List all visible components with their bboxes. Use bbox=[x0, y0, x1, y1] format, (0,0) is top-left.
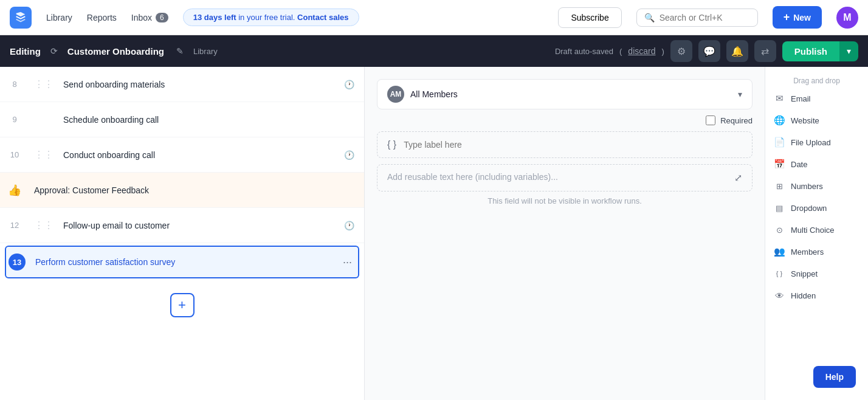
plus-icon: + bbox=[784, 11, 790, 24]
chevron-down-icon: ▾ bbox=[738, 89, 742, 99]
required-checkbox[interactable] bbox=[706, 116, 715, 125]
task-name: Approval: Customer Feedback bbox=[29, 185, 364, 195]
task-row-selected-wrapper: 13 Perform customer satisfaction survey … bbox=[0, 243, 364, 281]
task-row-selected[interactable]: 13 Perform customer satisfaction survey … bbox=[5, 246, 359, 278]
trial-banner: 13 days left in your free trial. Contact… bbox=[183, 9, 359, 26]
file-upload-icon: 📄 bbox=[774, 137, 785, 148]
new-button[interactable]: + New bbox=[773, 6, 822, 29]
field-editor-panel: AM All Members ▾ Required { } Add reusab… bbox=[365, 67, 765, 400]
text-field[interactable]: Add reusable text here (including variab… bbox=[377, 164, 753, 191]
multi-choice-label: Multi Choice bbox=[791, 226, 835, 235]
clock-icon: 🕐 bbox=[344, 150, 354, 160]
file-upload-label: File Upload bbox=[791, 138, 831, 147]
main-layout: 8 ⋮⋮ Send onboarding materials 🕐 9 ⋮⋮ Sc… bbox=[0, 67, 868, 400]
task-more-button[interactable]: ··· bbox=[337, 253, 358, 271]
field-type-snippet[interactable]: { } Snippet bbox=[765, 263, 868, 284]
task-row[interactable]: 9 ⋮⋮ Schedule onboarding call bbox=[0, 102, 364, 137]
comment-icon-button[interactable]: 💬 bbox=[698, 40, 720, 62]
dropdown-icon: ▤ bbox=[774, 202, 785, 213]
workflow-name: Customer Onboarding bbox=[67, 46, 164, 57]
search-input[interactable] bbox=[660, 13, 745, 22]
task-row[interactable]: 10 ⋮⋮ Conduct onboarding call 🕐 bbox=[0, 137, 364, 173]
edit-icon[interactable]: ✎ bbox=[176, 46, 184, 56]
field-type-email[interactable]: ✉ Email bbox=[765, 88, 868, 109]
field-types-panel: Drag and drop ✉ Email 🌐 Website 📄 File U… bbox=[765, 67, 868, 400]
drag-handle-icon[interactable]: ⋮⋮ bbox=[29, 217, 58, 233]
add-task-area: + bbox=[0, 281, 364, 329]
field-type-website[interactable]: 🌐 Website bbox=[765, 109, 868, 131]
numbers-label: Numbers bbox=[791, 182, 823, 191]
task-row[interactable]: 8 ⋮⋮ Send onboarding materials 🕐 bbox=[0, 67, 364, 102]
task-row-approval[interactable]: 👍 Approval: Customer Feedback bbox=[0, 173, 364, 208]
discard-link[interactable]: discard bbox=[628, 46, 655, 56]
inbox-count-badge: 6 bbox=[156, 13, 168, 22]
label-field[interactable]: { } bbox=[377, 131, 753, 158]
task-name: Send onboarding materials bbox=[58, 80, 344, 89]
avatar[interactable]: M bbox=[836, 7, 858, 29]
subscribe-button[interactable]: Subscribe bbox=[558, 7, 621, 28]
task-number: 12 bbox=[0, 221, 29, 230]
contact-sales-link[interactable]: Contact sales bbox=[297, 13, 349, 22]
search-icon: 🔍 bbox=[644, 13, 655, 22]
field-type-dropdown[interactable]: ▤ Dropdown bbox=[765, 197, 868, 219]
required-label: Required bbox=[720, 116, 753, 125]
required-row: Required bbox=[377, 116, 753, 125]
assignee-name: All Members bbox=[410, 89, 732, 99]
task-name-selected: Perform customer satisfaction survey bbox=[30, 257, 337, 267]
edit-icon-btn[interactable]: ⤢ bbox=[734, 172, 742, 184]
task-number: 9 bbox=[0, 115, 29, 124]
nav-library[interactable]: Library bbox=[46, 13, 72, 22]
numbers-icon: ⊞ bbox=[774, 181, 785, 191]
editing-label: Editing bbox=[10, 46, 41, 57]
task-name: Follow-up email to customer bbox=[58, 221, 344, 230]
members-label: Members bbox=[791, 247, 824, 257]
task-row[interactable]: 12 ⋮⋮ Follow-up email to customer 🕐 bbox=[0, 208, 364, 243]
website-label: Website bbox=[791, 116, 819, 125]
task-number: 8 bbox=[0, 80, 29, 89]
task-name: Schedule onboarding call bbox=[58, 115, 364, 125]
field-type-members[interactable]: 👥 Members bbox=[765, 241, 868, 263]
drag-handle-icon[interactable]: ⋮⋮ bbox=[29, 147, 58, 163]
field-type-numbers[interactable]: ⊞ Numbers bbox=[765, 175, 868, 197]
label-input[interactable] bbox=[404, 140, 742, 150]
assignee-avatar: AM bbox=[387, 86, 404, 103]
top-nav: Library Reports Inbox 6 13 days left in … bbox=[0, 0, 868, 35]
assignee-row[interactable]: AM All Members ▾ bbox=[377, 79, 753, 109]
invisible-note: This field will not be visible in workfl… bbox=[377, 196, 753, 205]
nav-inbox[interactable]: Inbox 6 bbox=[131, 13, 168, 22]
breadcrumb-library: Library bbox=[193, 47, 218, 56]
publish-caret-button[interactable]: ▾ bbox=[839, 41, 858, 61]
help-button[interactable]: Help bbox=[813, 366, 856, 388]
task-number-active: 13 bbox=[9, 253, 26, 271]
field-type-multi-choice[interactable]: ⊙ Multi Choice bbox=[765, 219, 868, 241]
publish-button[interactable]: Publish bbox=[782, 41, 839, 61]
secondary-nav: Editing ⟳ Customer Onboarding ✎ Library … bbox=[0, 35, 868, 67]
clock-icon: 🕐 bbox=[344, 80, 354, 89]
notification-icon-button[interactable]: 🔔 bbox=[726, 40, 748, 62]
logo[interactable] bbox=[10, 7, 32, 29]
date-icon: 📅 bbox=[774, 159, 785, 170]
snippet-label: Snippet bbox=[791, 269, 818, 278]
task-number: 👍 bbox=[0, 184, 29, 197]
publish-btn-group: Publish ▾ bbox=[782, 41, 858, 61]
field-type-date[interactable]: 📅 Date bbox=[765, 153, 868, 175]
date-label: Date bbox=[791, 160, 807, 169]
drag-handle-icon[interactable]: ⋮⋮ bbox=[29, 76, 58, 92]
hidden-label: Hidden bbox=[791, 291, 816, 300]
field-type-file-upload[interactable]: 📄 File Upload bbox=[765, 131, 868, 153]
multi-choice-icon: ⊙ bbox=[774, 224, 785, 235]
nav-reports[interactable]: Reports bbox=[87, 13, 117, 22]
settings-icon-button[interactable]: ⚙ bbox=[670, 40, 692, 62]
field-type-hidden[interactable]: 👁 Hidden bbox=[765, 284, 868, 306]
search-box[interactable]: 🔍 bbox=[636, 9, 758, 27]
add-task-button[interactable]: + bbox=[170, 293, 195, 317]
hidden-icon: 👁 bbox=[774, 290, 785, 301]
snippet-icon: { } bbox=[774, 268, 785, 279]
code-braces-icon: { } bbox=[387, 139, 396, 150]
website-icon: 🌐 bbox=[774, 115, 785, 126]
shuffle-icon-button[interactable]: ⇄ bbox=[754, 40, 776, 62]
task-number: 10 bbox=[0, 150, 29, 159]
nav-sync-icon: ⟳ bbox=[50, 46, 58, 56]
members-icon: 👥 bbox=[774, 246, 785, 257]
nav-links: Library Reports Inbox 6 bbox=[46, 13, 168, 22]
